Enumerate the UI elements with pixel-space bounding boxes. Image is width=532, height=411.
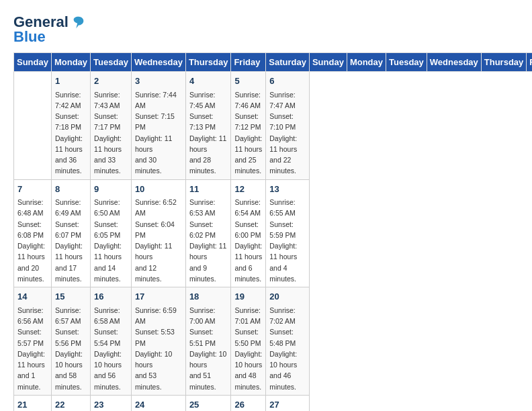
calendar-cell: 2Sunrise: 7:43 AM Sunset: 7:17 PM Daylig… <box>91 72 132 180</box>
calendar-cell: 5Sunrise: 7:46 AM Sunset: 7:12 PM Daylig… <box>231 72 266 180</box>
calendar-cell: 6Sunrise: 7:47 AM Sunset: 7:10 PM Daylig… <box>266 72 310 180</box>
day-number: 21 <box>17 398 48 411</box>
cell-content: Sunrise: 7:43 AM Sunset: 7:17 PM Dayligh… <box>94 89 128 177</box>
calendar-cell: 27Sunrise: 7:09 AM Sunset: 5:38 PM Dayli… <box>266 395 310 411</box>
calendar-cell: 10Sunrise: 6:52 AM Sunset: 6:04 PM Dayli… <box>131 179 185 287</box>
week-row-2: 7Sunrise: 6:48 AM Sunset: 6:08 PM Daylig… <box>14 179 533 287</box>
calendar-table: SundayMondayTuesdayWednesdayThursdayFrid… <box>13 52 532 411</box>
header-sunday: Sunday <box>14 53 52 72</box>
calendar-cell: 11Sunrise: 6:53 AM Sunset: 6:02 PM Dayli… <box>185 179 231 287</box>
logo: General Blue <box>13 13 86 46</box>
day-number: 17 <box>135 290 182 304</box>
calendar-cell: 21Sunrise: 7:03 AM Sunset: 5:47 PM Dayli… <box>14 395 52 411</box>
day-number: 5 <box>234 75 262 88</box>
week-row-3: 14Sunrise: 6:56 AM Sunset: 5:57 PM Dayli… <box>14 287 533 396</box>
cell-content: Sunrise: 6:56 AM Sunset: 5:57 PM Dayligh… <box>17 305 48 392</box>
day-number: 14 <box>17 290 48 304</box>
cell-content: Sunrise: 7:46 AM Sunset: 7:12 PM Dayligh… <box>234 89 262 177</box>
day-number: 7 <box>17 183 48 196</box>
logo-bird-icon <box>71 15 86 30</box>
day-number: 19 <box>234 290 262 304</box>
day-number: 1 <box>55 75 87 88</box>
day-number: 15 <box>55 290 87 304</box>
calendar-cell: 22Sunrise: 7:04 AM Sunset: 5:45 PM Dayli… <box>51 395 90 411</box>
day-number: 11 <box>189 183 228 196</box>
cell-content: Sunrise: 7:02 AM Sunset: 5:48 PM Dayligh… <box>269 305 306 392</box>
day-number: 6 <box>269 75 306 88</box>
calendar-cell: 16Sunrise: 6:58 AM Sunset: 5:54 PM Dayli… <box>91 287 132 396</box>
day-number: 8 <box>55 183 87 196</box>
calendar-cell <box>14 72 52 180</box>
calendar-cell: 3Sunrise: 7:44 AM Sunset: 7:15 PM Daylig… <box>131 72 185 180</box>
day-number: 23 <box>94 398 128 411</box>
cell-content: Sunrise: 6:52 AM Sunset: 6:04 PM Dayligh… <box>135 197 182 284</box>
calendar-header-row: SundayMondayTuesdayWednesdayThursdayFrid… <box>14 53 533 72</box>
cell-content: Sunrise: 7:47 AM Sunset: 7:10 PM Dayligh… <box>269 89 306 177</box>
calendar-cell: 14Sunrise: 6:56 AM Sunset: 5:57 PM Dayli… <box>14 287 52 396</box>
day-number: 13 <box>269 183 306 196</box>
cell-content: Sunrise: 7:00 AM Sunset: 5:51 PM Dayligh… <box>189 305 228 392</box>
calendar-cell: 13Sunrise: 6:55 AM Sunset: 5:59 PM Dayli… <box>266 179 310 287</box>
calendar-cell: 19Sunrise: 7:01 AM Sunset: 5:50 PM Dayli… <box>231 287 266 396</box>
cell-content: Sunrise: 6:57 AM Sunset: 5:56 PM Dayligh… <box>55 305 87 392</box>
calendar-cell: 12Sunrise: 6:54 AM Sunset: 6:00 PM Dayli… <box>231 179 266 287</box>
day-number: 26 <box>234 398 262 411</box>
calendar-cell: 15Sunrise: 6:57 AM Sunset: 5:56 PM Dayli… <box>51 287 90 396</box>
day-number: 9 <box>94 183 128 196</box>
calendar-cell: 7Sunrise: 6:48 AM Sunset: 6:08 PM Daylig… <box>14 179 52 287</box>
col-header-wednesday: Wednesday <box>427 53 481 72</box>
day-number: 22 <box>55 398 87 411</box>
cell-content: Sunrise: 6:54 AM Sunset: 6:00 PM Dayligh… <box>234 197 262 284</box>
cell-content: Sunrise: 6:59 AM Sunset: 5:53 PM Dayligh… <box>135 305 182 392</box>
calendar-cell: 18Sunrise: 7:00 AM Sunset: 5:51 PM Dayli… <box>185 287 231 396</box>
col-header-sunday: Sunday <box>309 53 347 72</box>
calendar-cell: 25Sunrise: 7:07 AM Sunset: 5:41 PM Dayli… <box>185 395 231 411</box>
day-number: 2 <box>94 75 128 88</box>
cell-content: Sunrise: 6:55 AM Sunset: 5:59 PM Dayligh… <box>269 197 306 284</box>
col-header-friday: Friday <box>527 53 532 72</box>
col-header-tuesday: Tuesday <box>386 53 427 72</box>
day-number: 25 <box>189 398 228 411</box>
cell-content: Sunrise: 6:49 AM Sunset: 6:07 PM Dayligh… <box>55 197 87 284</box>
day-number: 16 <box>94 290 128 304</box>
day-number: 20 <box>269 290 306 304</box>
cell-content: Sunrise: 6:58 AM Sunset: 5:54 PM Dayligh… <box>94 305 128 392</box>
header-thursday: Thursday <box>185 53 231 72</box>
cell-content: Sunrise: 7:42 AM Sunset: 7:18 PM Dayligh… <box>55 89 87 177</box>
calendar-cell: 1Sunrise: 7:42 AM Sunset: 7:18 PM Daylig… <box>51 72 90 180</box>
calendar-cell: 4Sunrise: 7:45 AM Sunset: 7:13 PM Daylig… <box>185 72 231 180</box>
week-row-1: 1Sunrise: 7:42 AM Sunset: 7:18 PM Daylig… <box>14 72 533 180</box>
page-header: General Blue <box>13 13 519 46</box>
day-number: 24 <box>135 398 182 411</box>
day-number: 4 <box>189 75 228 88</box>
calendar-cell: 26Sunrise: 7:08 AM Sunset: 5:40 PM Dayli… <box>231 395 266 411</box>
calendar-cell: 20Sunrise: 7:02 AM Sunset: 5:48 PM Dayli… <box>266 287 310 396</box>
cell-content: Sunrise: 7:45 AM Sunset: 7:13 PM Dayligh… <box>189 89 228 177</box>
calendar-cell: 8Sunrise: 6:49 AM Sunset: 6:07 PM Daylig… <box>51 179 90 287</box>
calendar-cell: 9Sunrise: 6:50 AM Sunset: 6:05 PM Daylig… <box>91 179 132 287</box>
col-header-monday: Monday <box>347 53 386 72</box>
header-wednesday: Wednesday <box>131 53 185 72</box>
cell-content: Sunrise: 6:53 AM Sunset: 6:02 PM Dayligh… <box>189 197 228 284</box>
header-monday: Monday <box>51 53 90 72</box>
header-tuesday: Tuesday <box>91 53 132 72</box>
header-saturday: Saturday <box>266 53 310 72</box>
cell-content: Sunrise: 6:50 AM Sunset: 6:05 PM Dayligh… <box>94 197 128 284</box>
cell-content: Sunrise: 6:48 AM Sunset: 6:08 PM Dayligh… <box>17 197 48 284</box>
header-friday: Friday <box>231 53 266 72</box>
calendar-cell: 17Sunrise: 6:59 AM Sunset: 5:53 PM Dayli… <box>131 287 185 396</box>
cell-content: Sunrise: 7:44 AM Sunset: 7:15 PM Dayligh… <box>135 89 182 177</box>
calendar-cell: 23Sunrise: 7:05 AM Sunset: 5:44 PM Dayli… <box>91 395 132 411</box>
day-number: 12 <box>234 183 262 196</box>
week-row-4: 21Sunrise: 7:03 AM Sunset: 5:47 PM Dayli… <box>14 395 533 411</box>
day-number: 3 <box>135 75 182 88</box>
day-number: 10 <box>135 183 182 196</box>
col-header-thursday: Thursday <box>481 53 527 72</box>
day-number: 27 <box>269 398 306 411</box>
day-number: 18 <box>189 290 228 304</box>
logo-blue-text: Blue <box>13 28 46 46</box>
cell-content: Sunrise: 7:01 AM Sunset: 5:50 PM Dayligh… <box>234 305 262 392</box>
calendar-cell: 24Sunrise: 7:06 AM Sunset: 5:42 PM Dayli… <box>131 395 185 411</box>
